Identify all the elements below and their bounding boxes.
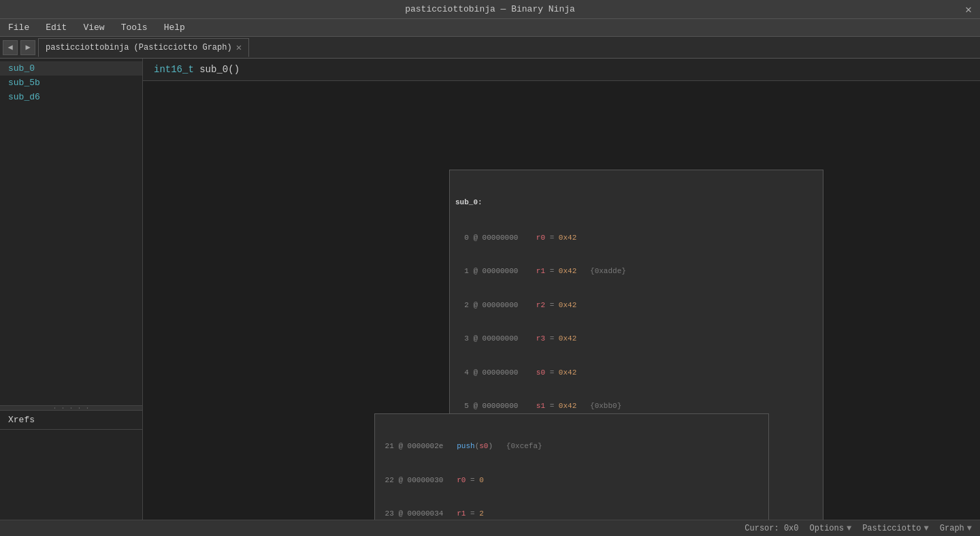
titlebar: pasticciottobinja — Binary Ninja ✕ <box>0 0 980 19</box>
function-header: int16_t sub_0() <box>143 59 980 81</box>
tab-nav-forward[interactable]: ▶ <box>20 40 35 55</box>
graph-dropdown-arrow: ▼ <box>967 524 972 533</box>
menu-file[interactable]: File <box>5 21 32 34</box>
node1-line-2: 2 @ 00000000 r2 = 0x42 <box>455 300 817 311</box>
func-name: sub_0() <box>199 64 240 75</box>
graph-inner: sub_0: 0 @ 00000000 r0 = 0x42 1 @ 000000… <box>143 81 960 520</box>
node1-line-1: 1 @ 00000000 r1 = 0x42 {0xadde} <box>455 266 817 277</box>
node2-line-22: 22 @ 00000030 r0 = 0 <box>380 475 763 486</box>
node2-line-21: 21 @ 0000002e push(s0) {0xcefa} <box>380 441 763 452</box>
tabbar: ◀ ▶ pasticciottobinja (Pasticciotto Grap… <box>0 37 980 59</box>
menu-view[interactable]: View <box>80 21 107 34</box>
menu-tools[interactable]: Tools <box>118 21 150 34</box>
sidebar: sub_0 sub_5b sub_d6 · · · · · Xrefs <box>0 59 143 520</box>
pasticciotto-dropdown-arrow: ▼ <box>924 524 929 533</box>
sidebar-item-sub0[interactable]: sub_0 <box>0 61 142 76</box>
function-list: sub_0 sub_5b sub_d6 <box>0 59 142 405</box>
func-return-type: int16_t <box>154 64 194 75</box>
sidebar-item-sub5b[interactable]: sub_5b <box>0 76 142 90</box>
node1-line-4: 4 @ 00000000 s0 = 0x42 <box>455 367 817 379</box>
sidebar-item-subd6[interactable]: sub_d6 <box>0 90 142 104</box>
tab-label: pasticciottobinja (Pasticciotto Graph) <box>46 43 232 52</box>
options-label: Options <box>810 524 844 533</box>
xrefs-tab[interactable]: Xrefs <box>0 411 142 430</box>
menu-help[interactable]: Help <box>161 21 188 34</box>
graph-dropdown[interactable]: Graph ▼ <box>940 524 972 533</box>
pasticciotto-dropdown[interactable]: Pasticciotto ▼ <box>862 524 929 533</box>
cursor-status: Cursor: 0x0 <box>745 524 798 533</box>
titlebar-title: pasticciottobinja — Binary Ninja <box>405 4 575 14</box>
main-tab[interactable]: pasticciottobinja (Pasticciotto Graph) ✕ <box>38 38 249 57</box>
pasticciotto-label: Pasticciotto <box>862 524 921 533</box>
options-dropdown-arrow: ▼ <box>847 524 851 533</box>
tab-nav-back[interactable]: ◀ <box>3 40 18 55</box>
node1-line-0: 0 @ 00000000 r0 = 0x42 <box>455 232 817 244</box>
sidebar-divider[interactable]: · · · · · <box>0 405 142 411</box>
node2-line-23: 23 @ 00000034 r1 = 2 <box>380 508 763 520</box>
code-node-2[interactable]: 21 @ 0000002e push(s0) {0xcefa} 22 @ 000… <box>374 413 769 520</box>
xrefs-panel: Xrefs <box>0 411 142 520</box>
node1-line-5: 5 @ 00000000 s1 = 0x42 {0xbb0} <box>455 400 817 412</box>
node1-label: sub_0: <box>455 197 817 208</box>
graph-label: Graph <box>940 524 964 533</box>
main-layout: sub_0 sub_5b sub_d6 · · · · · Xrefs int1… <box>0 59 980 520</box>
cursor-label: Cursor: 0x0 <box>745 524 798 533</box>
close-icon[interactable]: ✕ <box>965 3 972 16</box>
node1-line-3: 3 @ 00000000 r3 = 0x42 <box>455 333 817 345</box>
menu-edit[interactable]: Edit <box>43 21 69 34</box>
options-dropdown[interactable]: Options ▼ <box>810 524 852 533</box>
menubar: File Edit View Tools Help <box>0 19 980 37</box>
tab-close-icon[interactable]: ✕ <box>236 42 242 53</box>
content-area: int16_t sub_0() <box>143 59 980 520</box>
graph-canvas[interactable]: sub_0: 0 @ 00000000 r0 = 0x42 1 @ 000000… <box>143 81 980 520</box>
statusbar: Cursor: 0x0 Options ▼ Pasticciotto ▼ Gra… <box>0 520 980 536</box>
